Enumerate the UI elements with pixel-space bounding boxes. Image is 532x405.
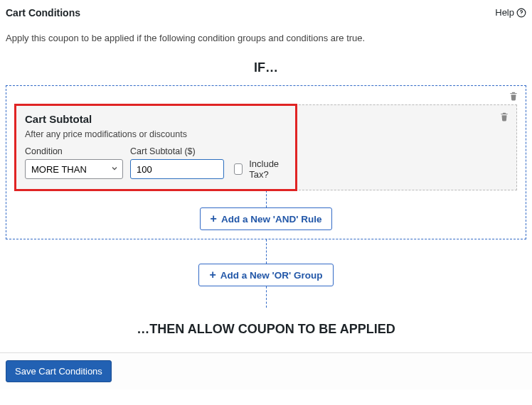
help-link[interactable]: Help	[495, 7, 526, 18]
trash-icon	[499, 111, 509, 122]
help-label: Help	[495, 7, 514, 18]
rule-title: Cart Subtotal	[25, 113, 287, 125]
rule-row: Cart Subtotal After any price modificati…	[15, 104, 517, 190]
svg-point-1	[521, 14, 522, 15]
include-tax-label: Include Tax?	[249, 158, 287, 180]
plus-icon: +	[209, 269, 216, 281]
save-button[interactable]: Save Cart Conditions	[6, 360, 112, 382]
subtotal-input[interactable]	[130, 159, 224, 179]
add-and-label: Add a New 'AND' Rule	[221, 214, 321, 225]
condition-label: Condition	[25, 146, 123, 156]
rule-highlight: Cart Subtotal After any price modificati…	[14, 104, 297, 191]
delete-rule-button[interactable]	[499, 111, 509, 125]
connector-line	[266, 190, 267, 207]
help-icon	[516, 8, 526, 18]
rule-description: After any price modifications or discoun…	[25, 129, 287, 139]
plus-icon: +	[211, 213, 217, 225]
page-title: Cart Conditions	[6, 7, 80, 18]
add-and-rule-button[interactable]: + Add a New 'AND' Rule	[200, 207, 333, 230]
add-or-label: Add a New 'OR' Group	[220, 270, 323, 281]
include-tax-checkbox[interactable]	[234, 163, 243, 175]
condition-select[interactable]: MORE THAN	[25, 159, 123, 179]
add-or-group-button[interactable]: + Add a New 'OR' Group	[198, 264, 333, 286]
subtotal-label: Cart Subtotal ($)	[130, 146, 224, 156]
footer-bar: Save Cart Conditions	[0, 352, 532, 389]
page-subtitle: Apply this coupon to be applied if the f…	[6, 33, 526, 43]
connector-line	[266, 286, 267, 308]
then-heading: …THEN ALLOW COUPON TO BE APPLIED	[6, 322, 526, 337]
delete-group-button[interactable]	[509, 90, 518, 104]
condition-group: Cart Subtotal After any price modificati…	[6, 85, 526, 239]
connector-line	[266, 239, 267, 264]
trash-icon	[509, 90, 518, 102]
if-heading: IF…	[6, 60, 526, 75]
